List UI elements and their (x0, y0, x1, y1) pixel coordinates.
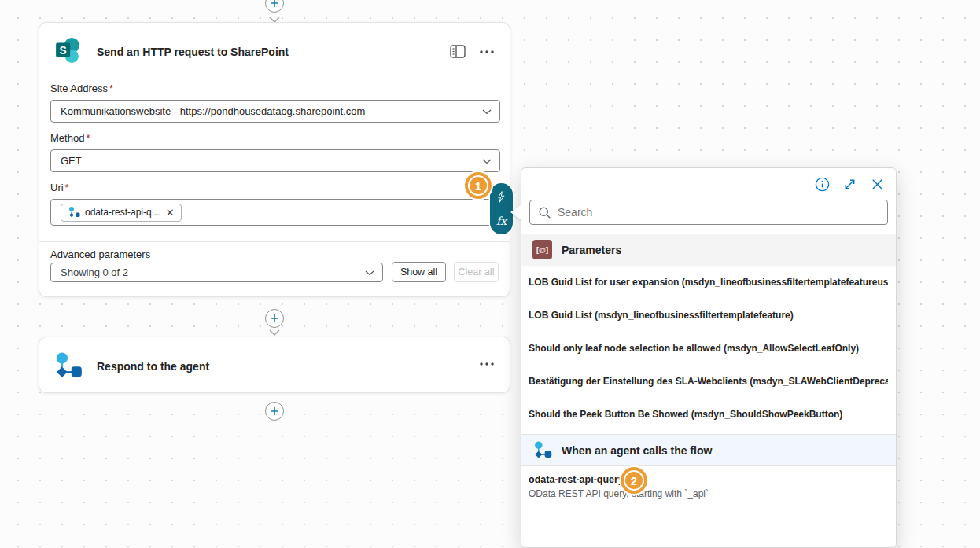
advanced-parameters-label: Advanced parameters (50, 248, 150, 260)
card-menu-button[interactable] (478, 361, 496, 367)
action-card-respond-agent[interactable]: Respond to the agent (39, 337, 510, 393)
info-icon (815, 177, 830, 192)
site-address-value: Kommunikationswebsite - https://pondhous… (61, 105, 365, 117)
plus-icon (270, 314, 279, 323)
parameters-header-label: Parameters (562, 244, 621, 256)
expression-button[interactable]: fx (496, 215, 507, 227)
required-asterisk: * (65, 182, 69, 193)
search-icon (538, 206, 551, 219)
card-divider (39, 241, 510, 242)
parameters-icon: [@] (532, 240, 552, 259)
plus-icon (270, 406, 279, 416)
insert-step-button-middle[interactable] (265, 309, 284, 328)
parameters-section-header[interactable]: [@] Parameters (521, 234, 896, 266)
annotation-badge-1: 1 (465, 172, 492, 199)
chevron-down-icon (365, 270, 374, 276)
more-icon (480, 50, 494, 53)
close-icon (870, 177, 885, 192)
annotation-badge-2: 2 (621, 467, 647, 494)
advanced-parameters-value: Showing 0 of 2 (61, 267, 128, 278)
parameter-item[interactable]: Should only leaf node selection be allow… (521, 332, 888, 365)
chevron-down-icon (482, 109, 492, 115)
card-menu-button[interactable] (478, 49, 496, 55)
card-title: Respond to the agent (97, 360, 209, 373)
action-card-http-request[interactable]: S Send an HTTP request to SharePoint (39, 22, 510, 297)
connector-line (274, 297, 274, 310)
agent-icon (68, 206, 80, 219)
chevron-down-icon (482, 159, 492, 164)
expand-panel-button[interactable] (841, 175, 859, 193)
more-icon (480, 362, 494, 366)
advanced-parameters-select[interactable]: Showing 0 of 2 (50, 263, 383, 282)
method-select[interactable]: GET (50, 149, 500, 172)
card-title: Send an HTTP request to SharePoint (97, 46, 289, 58)
svg-text:S: S (60, 44, 67, 57)
insert-step-button-bottom[interactable] (265, 402, 284, 421)
item-description: OData REST API query, starting with `_ap… (529, 488, 888, 499)
token-picker-toggle: fx (490, 183, 513, 234)
dynamic-content-item-odata[interactable]: odata-rest-api-query OData REST API quer… (521, 468, 888, 509)
fx-icon: fx (496, 215, 507, 227)
parameter-item[interactable]: Bestätigung der Einstellung des SLA-Webc… (521, 365, 888, 398)
panel-callout-arrow (510, 204, 521, 220)
flow-designer-canvas: S Send an HTTP request to SharePoint (0, 0, 980, 548)
required-asterisk: * (86, 132, 90, 144)
search-box (529, 200, 888, 225)
site-address-label: Site Address* (50, 83, 113, 94)
info-button[interactable] (813, 175, 831, 193)
expand-icon (842, 177, 857, 192)
show-all-button[interactable]: Show all (392, 262, 446, 282)
dynamic-content-token[interactable]: odata-rest-api-q... ✕ (61, 204, 182, 222)
lightning-icon (496, 190, 507, 204)
parameter-item[interactable]: Should the Peek Button Be Showed (msdyn_… (521, 398, 888, 431)
insert-step-button-top[interactable] (265, 0, 284, 13)
agent-icon (532, 440, 552, 460)
method-label: Method* (50, 132, 90, 144)
search-input[interactable] (558, 206, 879, 219)
badge-number: 2 (624, 470, 644, 491)
arrow-down-icon (269, 329, 280, 336)
clear-all-button[interactable]: Clear all (454, 262, 499, 282)
agent-header-label: When an agent calls the flow (562, 444, 712, 457)
site-address-select[interactable]: Kommunikationswebsite - https://pondhous… (50, 100, 500, 123)
panel-layout-icon (450, 45, 466, 58)
sharepoint-icon: S (54, 37, 81, 64)
token-label: odata-rest-api-q... (85, 207, 160, 218)
method-value: GET (61, 155, 82, 167)
card-header: S Send an HTTP request to SharePoint (39, 23, 510, 78)
parameter-item[interactable]: LOB Guid List (msdyn_lineofbusinessfilte… (521, 299, 888, 332)
open-panel-button[interactable] (448, 43, 467, 60)
uri-label: Uri* (50, 182, 69, 193)
remove-token-button[interactable]: ✕ (164, 208, 175, 218)
plus-icon (270, 0, 279, 8)
close-panel-button[interactable] (868, 175, 886, 193)
parameter-item[interactable]: LOB Guid List for user expansion (msdyn_… (521, 266, 888, 299)
agent-trigger-section-header[interactable]: When an agent calls the flow (521, 434, 896, 466)
uri-input[interactable]: odata-rest-api-q... ✕ (50, 199, 500, 226)
required-asterisk: * (109, 83, 113, 94)
agent-icon (53, 351, 83, 381)
badge-number: 1 (468, 175, 488, 196)
dynamic-content-panel: [@] Parameters LOB Guid List for user ex… (521, 167, 897, 548)
item-title: odata-rest-api-query (529, 474, 888, 485)
dynamic-content-button[interactable] (496, 190, 507, 204)
